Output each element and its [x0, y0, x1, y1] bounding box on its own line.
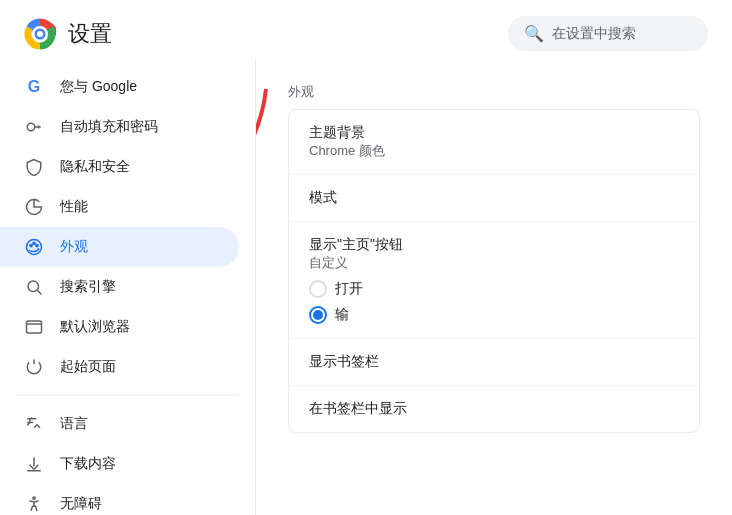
palette-icon — [24, 237, 44, 257]
search-engine-icon — [24, 277, 44, 297]
header: 设置 🔍 在设置中搜索 — [0, 0, 732, 59]
home-button-title: 显示"主页"按钮 — [309, 236, 679, 254]
sidebar-divider — [16, 395, 239, 396]
page-title: 设置 — [68, 19, 112, 49]
main-content: G 您与 Google 自动填充和密码 隐私和安全 — [0, 59, 732, 515]
settings-row-theme[interactable]: 主题背景 Chrome 颜色 — [289, 110, 699, 175]
svg-point-12 — [28, 281, 39, 292]
svg-point-9 — [30, 244, 32, 246]
sidebar-item-performance[interactable]: 性能 — [0, 187, 239, 227]
sidebar-label-startup: 起始页面 — [60, 358, 116, 376]
radio-open-circle[interactable] — [309, 280, 327, 298]
radio-custom-label: 输 — [335, 306, 349, 324]
sidebar-item-accessibility[interactable]: 无障碍 — [0, 484, 239, 515]
sidebar-item-browser[interactable]: 默认浏览器 — [0, 307, 239, 347]
svg-point-6 — [37, 31, 43, 37]
search-icon: 🔍 — [524, 24, 544, 43]
sidebar-label-autofill: 自动填充和密码 — [60, 118, 158, 136]
settings-row-bookmarks-show[interactable]: 在书签栏中显示 — [289, 386, 699, 432]
sidebar-label-language: 语言 — [60, 415, 88, 433]
language-icon — [24, 414, 44, 434]
sidebar-label-google: 您与 Google — [60, 78, 137, 96]
sidebar-label-accessibility: 无障碍 — [60, 495, 102, 513]
shield-icon — [24, 157, 44, 177]
svg-point-7 — [27, 123, 35, 131]
radio-inner — [313, 310, 323, 320]
section-title: 外观 — [288, 83, 700, 101]
theme-title: 主题背景 — [309, 124, 679, 142]
theme-sub: Chrome 颜色 — [309, 142, 679, 160]
sidebar-item-search[interactable]: 搜索引擎 — [0, 267, 239, 307]
sidebar-label-privacy: 隐私和安全 — [60, 158, 130, 176]
svg-rect-14 — [27, 321, 42, 333]
radio-custom-circle[interactable] — [309, 306, 327, 324]
accessibility-icon — [24, 494, 44, 514]
sidebar-label-browser: 默认浏览器 — [60, 318, 130, 336]
sidebar-label-search: 搜索引擎 — [60, 278, 116, 296]
svg-point-11 — [36, 244, 38, 246]
svg-point-10 — [33, 242, 35, 244]
sidebar-item-download[interactable]: 下载内容 — [0, 444, 239, 484]
sidebar-item-language[interactable]: 语言 — [0, 404, 239, 444]
sidebar-item-autofill[interactable]: 自动填充和密码 — [0, 107, 239, 147]
sidebar-item-startup[interactable]: 起始页面 — [0, 347, 239, 387]
power-icon — [24, 357, 44, 377]
right-panel: 外观 主题背景 Chrome 颜色 模式 显示"主页"按钮 自定义 打开 — [256, 59, 732, 515]
sidebar-item-appearance[interactable]: 外观 — [0, 227, 239, 267]
sidebar-item-privacy[interactable]: 隐私和安全 — [0, 147, 239, 187]
sidebar-label-appearance: 外观 — [60, 238, 88, 256]
search-bar[interactable]: 🔍 在设置中搜索 — [508, 16, 708, 51]
radio-options: 打开 输 — [309, 280, 679, 324]
bookmarks-bar-title: 显示书签栏 — [309, 353, 679, 371]
settings-row-bookmarks-bar[interactable]: 显示书签栏 — [289, 339, 699, 386]
search-placeholder: 在设置中搜索 — [552, 25, 636, 43]
chrome-logo-icon — [24, 18, 56, 50]
download-icon — [24, 454, 44, 474]
google-icon: G — [24, 77, 44, 97]
performance-icon — [24, 197, 44, 217]
settings-card: 主题背景 Chrome 颜色 模式 显示"主页"按钮 自定义 打开 — [288, 109, 700, 433]
radio-open-label: 打开 — [335, 280, 363, 298]
sidebar: G 您与 Google 自动填充和密码 隐私和安全 — [0, 59, 256, 515]
sidebar-item-google[interactable]: G 您与 Google — [0, 67, 239, 107]
home-button-sub: 自定义 — [309, 254, 679, 272]
sidebar-label-download: 下载内容 — [60, 455, 116, 473]
radio-option-open[interactable]: 打开 — [309, 280, 679, 298]
browser-icon — [24, 317, 44, 337]
settings-row-home-button: 显示"主页"按钮 自定义 打开 输 — [289, 222, 699, 339]
mode-title: 模式 — [309, 189, 679, 207]
bookmarks-show-title: 在书签栏中显示 — [309, 400, 679, 418]
settings-row-mode[interactable]: 模式 — [289, 175, 699, 222]
svg-line-13 — [37, 290, 41, 294]
key-icon — [24, 117, 44, 137]
radio-option-custom[interactable]: 输 — [309, 306, 679, 324]
svg-point-17 — [33, 497, 35, 499]
sidebar-label-performance: 性能 — [60, 198, 88, 216]
